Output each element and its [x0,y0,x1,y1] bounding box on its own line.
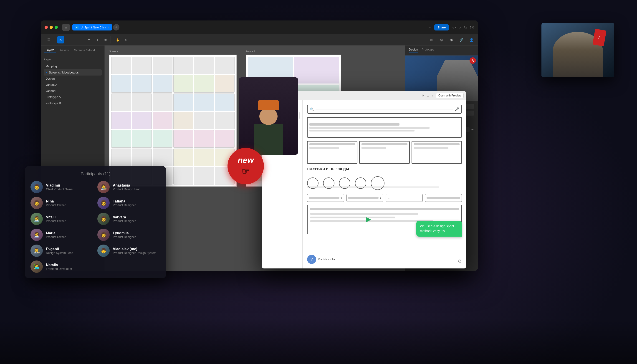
frame-tool[interactable]: ⊞ [65,36,72,44]
play-icon[interactable]: ▷ [459,26,461,29]
mini-screen [215,57,234,74]
more-options-icon[interactable]: ··· [429,26,432,29]
info-anastasia: Anastasia Product Design Lead [113,183,160,191]
assets-tab[interactable]: Assets [58,48,70,53]
chat-message: We used a design sprint method Crazy 8's [420,224,454,233]
pages-section: Pages + Mapping ✓ Screens / Moodboards D… [41,55,104,109]
name-evgenii: Evgenii [46,247,94,251]
link-icon[interactable]: 🔗 [458,36,465,44]
visibility-icon[interactable]: 👁 [472,128,474,131]
mini-screen [215,130,234,148]
open-with-preview[interactable]: Open with Preview [436,93,464,98]
tool-group-shapes: ◻ ✒ T ⊕ [76,36,111,44]
target-icon[interactable]: ◎ [438,36,445,44]
menu-tool[interactable]: ☰ [45,36,52,44]
avatar-vladislav: 👨 [97,244,110,257]
avatar-anastasia: 👩‍🎨 [97,181,110,193]
chevron-icon: ▼ [340,197,342,199]
mini-screen [153,94,172,111]
cursor-arrow-icon: ▶ [366,216,371,223]
mini-screen [111,94,131,111]
card-line [414,143,460,145]
settings-icon[interactable]: ⚙ [422,94,424,97]
draft-avatar-circle: V [307,255,316,264]
text-tool[interactable]: T [94,36,101,44]
page-label-varianta: Variant A [46,83,57,86]
pen-tool[interactable]: ✒ [86,36,93,44]
name-maria: Maria [46,231,94,235]
mini-screen [194,167,214,184]
sketch-balance-line1 [310,123,400,126]
tab-close-icon[interactable]: × [108,26,110,29]
red-card: A [592,29,606,46]
crop-icon[interactable]: ⊞ [428,36,435,44]
add-tool[interactable]: ⊕ [102,36,109,44]
maximize-button[interactable] [54,26,58,29]
layers-tab[interactable]: Layers [44,47,56,53]
mini-screen [173,57,193,74]
mini-screen [173,94,193,111]
contrast-icon[interactable]: ◑ [448,36,455,44]
close-button[interactable] [44,26,48,29]
prototype-tab[interactable]: Prototype [422,48,434,53]
sketch-card1 [307,141,358,164]
new-badge[interactable]: new ☞ [228,148,264,184]
search-sketch-icon: 🔍 [310,108,314,111]
screens-tab[interactable]: Screens / Mood... [72,48,99,53]
card-line [362,143,407,145]
page-item-screens[interactable]: ✓ Screens / Moodboards [44,70,102,76]
chevron-icon: ▼ [380,197,382,199]
mini-screen [194,57,214,74]
participant-vladislav: 👨 Vladislav (me) Product Designer Design… [97,244,160,257]
page-item-prototypeb[interactable]: Prototype B [44,100,102,106]
pages-header: Pages + [44,58,102,61]
mini-screen [132,75,152,92]
mini-screen [111,130,131,148]
page-item-prototypea[interactable]: Prototype A [44,94,102,100]
user-avatar[interactable]: 👤 [468,36,475,44]
hand-tool[interactable]: ✋ [114,36,121,44]
code-icon[interactable]: </> [452,26,456,29]
home-button[interactable]: ⌂ [62,24,70,31]
share-button[interactable]: Share [434,24,449,30]
steve-bg: A [542,23,614,77]
title-bar-actions: ··· Share </> ▷ A↑ 2% [429,24,474,30]
info-vladimir: Vladimir Chief Product Owner [46,183,94,191]
draft-user-avatar: V Vladislav Kilian [307,255,336,264]
page-item-varianta[interactable]: Variant A [44,82,102,88]
add-page-button[interactable]: + [100,58,102,61]
mini-screen [153,130,172,148]
minimize-button[interactable] [50,26,53,29]
page-item-design[interactable]: Design [44,76,102,82]
share-draft-icon[interactable]: ↑ [432,94,433,97]
rectangle-tool[interactable]: ◻ [77,36,85,44]
add-tab-button[interactable]: + [113,24,120,30]
zoom-level[interactable]: 2% [470,26,474,29]
participant-vitalii: 👨‍💼 Vitalii Product Owner [30,213,94,225]
annotation-badge: A [470,57,476,64]
page-item-mapping[interactable]: Mapping [44,63,102,70]
expand-icon[interactable]: ⊡ [427,94,429,97]
sketch-card3 [412,141,462,164]
select-tool[interactable]: ▷ [57,36,64,44]
mini-screen [153,57,172,74]
info-tatiana: Tatiana Product Designer [113,199,160,207]
comment-tool[interactable]: ○ [122,36,130,44]
page-item-variantb[interactable]: Variant B [44,88,102,94]
avatar-tatiana: 👩 [97,197,110,209]
text-icon[interactable]: A↑ [464,26,467,29]
page-label-prototypeb: Prototype B [46,102,61,105]
name-nina: Nina [46,199,94,204]
tab-title: UI Sprint New Click [80,26,106,29]
filter-line [309,197,340,198]
page-label-variantb: Variant B [46,89,58,92]
name-vitalii: Vitalii [46,215,94,219]
role-anastasia: Product Design Lead [113,188,160,191]
role-vladimir: Chief Product Owner [46,188,94,191]
active-tab[interactable]: F UI Sprint New Click × [72,24,112,30]
settings-bottom-icon[interactable]: ⚙ [458,258,462,264]
role-evgenii: Design System Lead [46,251,94,254]
avatar-vladimir: 👨 [30,181,43,193]
design-tab[interactable]: Design [409,48,418,53]
toolbar: ☰ ▷ ⊞ ◻ ✒ T ⊕ ✋ ○ ⊞ ◎ ◑ 🔗 👤 [41,34,478,46]
